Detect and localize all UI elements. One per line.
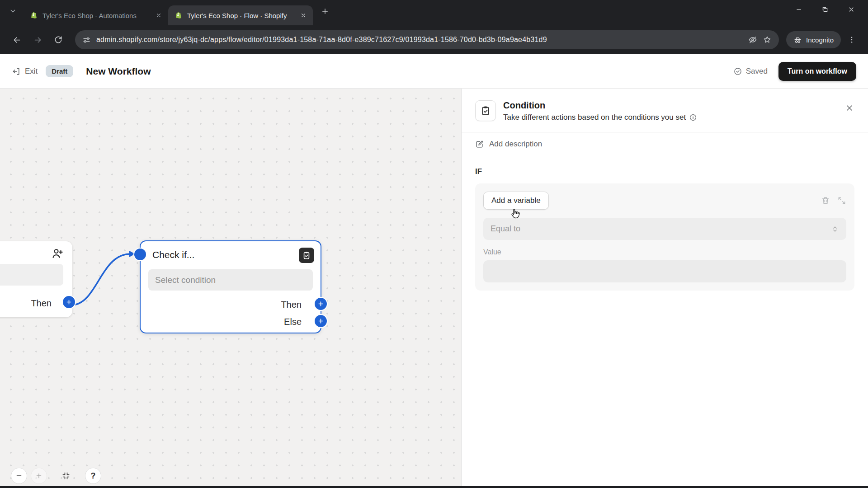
close-window-button[interactable] [838, 0, 864, 19]
condition-clipboard-icon [475, 100, 496, 121]
reload-button[interactable] [49, 30, 68, 49]
browser-navbar: admin.shopify.com/store/jy63jq-dc/apps/f… [0, 25, 868, 54]
address-bar[interactable]: admin.shopify.com/store/jy63jq-dc/apps/f… [75, 30, 779, 49]
value-field-label: Value [483, 248, 846, 256]
fit-view-button[interactable] [58, 468, 74, 484]
minimize-button[interactable] [786, 0, 812, 19]
add-variable-button[interactable]: Add a variable [483, 192, 549, 210]
divider [462, 157, 868, 157]
check-circle-icon [733, 67, 742, 76]
chevron-down-icon [9, 7, 17, 15]
site-settings-icon[interactable] [82, 36, 91, 44]
help-button[interactable]: ? [85, 468, 101, 484]
tab-title: Tyler's Eco Shop · Flow · Shopify [187, 12, 294, 19]
trigger-node[interactable]: Then [0, 241, 72, 317]
plus-icon [66, 299, 72, 305]
condition-node-title: Check if... [152, 249, 194, 260]
forward-button[interactable] [28, 30, 47, 49]
page-title: New Workflow [86, 66, 151, 77]
select-chevrons-icon [831, 225, 839, 233]
back-button[interactable] [7, 30, 26, 49]
exit-button[interactable]: Exit [12, 67, 38, 76]
add-step-else-button[interactable] [315, 315, 327, 327]
tab-search-button[interactable] [5, 4, 20, 18]
zoom-in-button[interactable] [31, 468, 47, 484]
close-tab-icon[interactable] [154, 10, 164, 20]
incognito-icon [793, 36, 802, 44]
browser-tab-flow[interactable]: Tyler's Eco Shop · Flow · Shopify [168, 5, 313, 25]
close-icon [845, 103, 854, 113]
node-input-port[interactable] [134, 249, 146, 260]
then-branch-label: Then [31, 298, 52, 309]
help-icon: ? [91, 471, 96, 481]
close-panel-button[interactable] [842, 100, 857, 116]
browser-tab-strip: Tyler's Eco Shop - Automations Tyler's E… [0, 0, 868, 25]
canvas-controls: ? [11, 468, 101, 484]
saved-label: Saved [746, 67, 768, 76]
value-input[interactable] [483, 260, 846, 282]
info-icon[interactable] [689, 113, 697, 122]
condition-config-panel: Condition Take different actions based o… [461, 89, 868, 486]
operator-select[interactable]: Equal to [483, 218, 846, 240]
restore-icon [821, 6, 829, 13]
condition-clipboard-icon [299, 248, 314, 263]
if-section-label: IF [462, 167, 868, 176]
browser-tab-automations[interactable]: Tyler's Eco Shop - Automations [24, 5, 168, 25]
then-branch-label: Then [281, 300, 302, 310]
workflow-canvas[interactable]: Then Check if... Select condition Then E… [0, 89, 461, 486]
browser-menu-button[interactable] [843, 31, 861, 49]
operator-value: Equal to [491, 224, 520, 234]
turn-on-workflow-button[interactable]: Turn on workflow [778, 62, 856, 81]
fit-view-icon [61, 471, 71, 480]
delete-condition-icon[interactable] [821, 196, 830, 205]
shopify-icon [175, 11, 183, 19]
select-condition-field[interactable]: Select condition [148, 269, 313, 291]
panel-subtitle: Take different actions based on the cond… [503, 113, 686, 122]
workflow-header: Exit Draft New Workflow Saved Turn on wo… [0, 54, 868, 89]
customer-add-icon [51, 247, 64, 262]
tab-title: Tyler's Eco Shop - Automations [42, 12, 149, 19]
condition-node[interactable]: Check if... Select condition Then Else [140, 240, 321, 333]
add-step-then-button[interactable] [63, 296, 75, 308]
new-tab-button[interactable] [317, 4, 333, 19]
plus-icon [321, 7, 329, 15]
window-bottom-edge [0, 486, 868, 488]
panel-title: Condition [503, 100, 697, 111]
window-controls [786, 0, 864, 19]
plus-icon [317, 318, 324, 324]
shopify-icon [30, 11, 38, 19]
node-field-placeholder [0, 264, 63, 286]
browser-window: Tyler's Eco Shop - Automations Tyler's E… [0, 0, 868, 488]
close-icon [848, 6, 855, 13]
plus-icon [35, 472, 42, 479]
expand-condition-icon[interactable] [837, 196, 846, 205]
select-condition-placeholder: Select condition [155, 275, 216, 285]
add-step-then-button[interactable] [315, 298, 327, 310]
exit-icon [12, 67, 21, 76]
eye-off-icon[interactable] [748, 35, 757, 44]
zoom-out-button[interactable] [11, 468, 27, 484]
condition-row-group: Add a variable Equal to [475, 183, 854, 291]
panel-header: Condition Take different actions based o… [462, 89, 868, 122]
incognito-badge: Incognito [786, 31, 841, 48]
else-branch-label: Else [284, 317, 302, 327]
reload-icon [54, 35, 63, 44]
kebab-menu-icon [848, 36, 856, 44]
status-badge: Draft [46, 65, 73, 77]
plus-icon [317, 300, 324, 307]
edit-description-icon [475, 140, 484, 149]
bookmark-star-icon[interactable] [763, 35, 772, 44]
add-description-label: Add description [489, 140, 542, 149]
restore-button[interactable] [812, 0, 838, 19]
exit-label: Exit [25, 67, 38, 76]
url-text: admin.shopify.com/store/jy63jq-dc/apps/f… [96, 36, 743, 44]
save-status: Saved [733, 67, 768, 76]
add-description-button[interactable]: Add description [462, 132, 868, 156]
minus-icon [15, 472, 23, 479]
back-icon [12, 35, 22, 45]
incognito-label: Incognito [806, 36, 834, 44]
close-tab-icon[interactable] [298, 10, 308, 20]
forward-icon [33, 35, 42, 45]
minimize-icon [795, 6, 802, 13]
